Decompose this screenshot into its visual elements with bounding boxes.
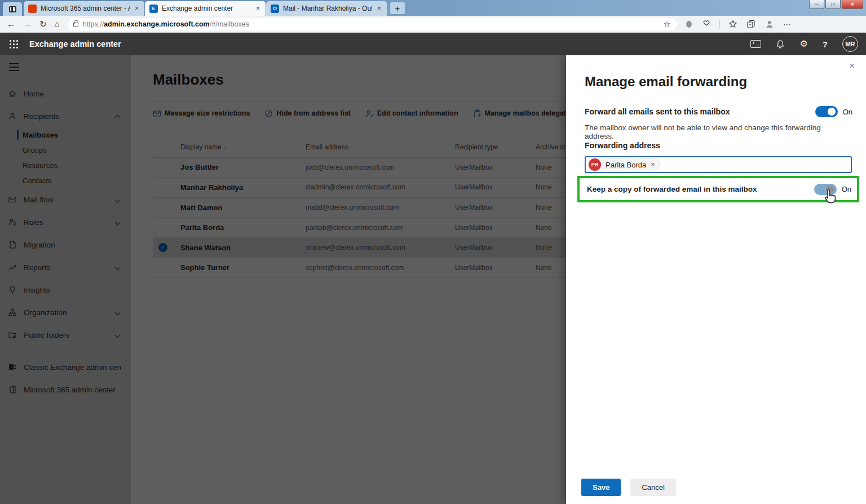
toggle-state-label: On [842,185,851,193]
forward-all-toggle[interactable] [815,106,838,117]
keep-copy-label: Keep a copy of forwarded email in this m… [587,185,814,193]
tab-actions-button[interactable] [3,2,22,16]
browser-navbar: ← → ↻ ⌂ https://admin.exchange.microsoft… [0,16,866,33]
url-domain: admin.exchange.microsoft.com [104,20,210,28]
close-icon[interactable]: × [849,61,855,70]
divider [719,20,720,29]
save-button[interactable]: Save [581,479,621,496]
new-tab-button[interactable]: + [390,2,405,14]
content-area: Home Recipients Mailboxes Groups Resourc… [0,55,866,504]
browser-essentials-icon[interactable] [702,20,711,29]
app-title: Exchange admin center [29,39,121,48]
tab-m365-admin[interactable]: Microsoft 365 admin center - Ac × [24,1,144,16]
browser-tab-strip: Microsoft 365 admin center - Ac × E Exch… [0,0,866,16]
collections-icon[interactable] [746,20,756,29]
favorite-star-icon[interactable]: ☆ [663,20,670,28]
home-button[interactable]: ⌂ [55,20,60,28]
office-icon [28,5,37,13]
outlook-icon: O [271,5,279,13]
close-window-button[interactable]: × [842,0,863,9]
remove-chip-icon[interactable]: × [651,161,655,169]
favorites-icon[interactable] [728,20,738,29]
notifications-bell-icon[interactable] [776,39,785,49]
tab-outlook-mail[interactable]: O Mail - Manhar Rakholiya - Outlo × [266,1,387,16]
forward-all-emails-row: Forward all emails sent to this mailbox … [585,106,852,117]
app-launcher-icon[interactable] [9,39,18,48]
vertical-tabs-icon [9,6,16,12]
app-header: Exchange admin center ⚙ ? MR [0,33,866,55]
highlight-annotation-box: Keep a copy of forwarded email in this m… [577,176,859,202]
forward-button: → [23,20,32,28]
panel-title: Manage email forwarding [585,74,747,90]
tab-close-icon[interactable]: × [255,5,261,12]
back-button[interactable]: ← [7,20,15,28]
keep-copy-toggle-wrap: On [814,184,851,195]
toggle-knob [828,108,836,116]
tab-title: Mail - Manhar Rakholiya - Outlo [283,5,372,12]
tab-title: Exchange admin center [162,5,251,12]
help-icon[interactable]: ? [823,39,828,49]
tab-close-icon[interactable]: × [134,5,140,12]
toggle-state-label: On [843,108,852,116]
maximize-button[interactable]: □ [825,0,841,9]
chip-name: Parita Borda [606,161,646,169]
manage-email-forwarding-panel: × Manage email forwarding Forward all em… [566,55,866,504]
profile-icon[interactable] [765,19,775,29]
panel-actions: Save Cancel [581,479,676,496]
navbar-right-icons: ⋯ [684,19,792,29]
tab-title: Microsoft 365 admin center - Ac [41,5,130,12]
exchange-icon: E [149,5,158,13]
forwarding-address-label: Forwarding address [585,141,660,150]
powershell-icon[interactable] [750,40,761,48]
forwarding-address-input[interactable]: PB Parita Borda × [585,156,852,173]
settings-menu-icon[interactable]: ⋯ [783,20,792,29]
url-text[interactable]: https://admin.exchange.microsoft.com/#/m… [83,20,249,28]
minimize-button[interactable]: – [809,0,824,9]
lock-icon [73,23,78,27]
forwarding-caption: The mailbox owner will not be able to vi… [585,123,850,140]
tracking-prevention-icon[interactable] [684,20,693,29]
recipient-chip[interactable]: PB Parita Borda × [588,158,661,171]
tab-exchange-admin[interactable]: E Exchange admin center × [145,1,266,16]
window-controls: – □ × [809,0,863,9]
app-header-icons: ⚙ ? MR [750,36,858,52]
chip-avatar: PB [589,158,601,171]
browser-window: Microsoft 365 admin center - Ac × E Exch… [0,0,866,504]
address-bar[interactable]: https://admin.exchange.microsoft.com/#/m… [68,18,677,30]
cancel-button[interactable]: Cancel [630,479,675,496]
cursor-hand-icon [822,188,839,206]
url-path: /#/mailboxes [210,20,249,28]
gear-icon[interactable]: ⚙ [799,39,807,48]
url-scheme: https:// [83,20,104,28]
tab-close-icon[interactable]: × [376,5,382,12]
account-avatar[interactable]: MR [842,36,858,52]
forward-toggle-label: Forward all emails sent to this mailbox [585,107,815,116]
refresh-button[interactable]: ↻ [39,20,47,28]
